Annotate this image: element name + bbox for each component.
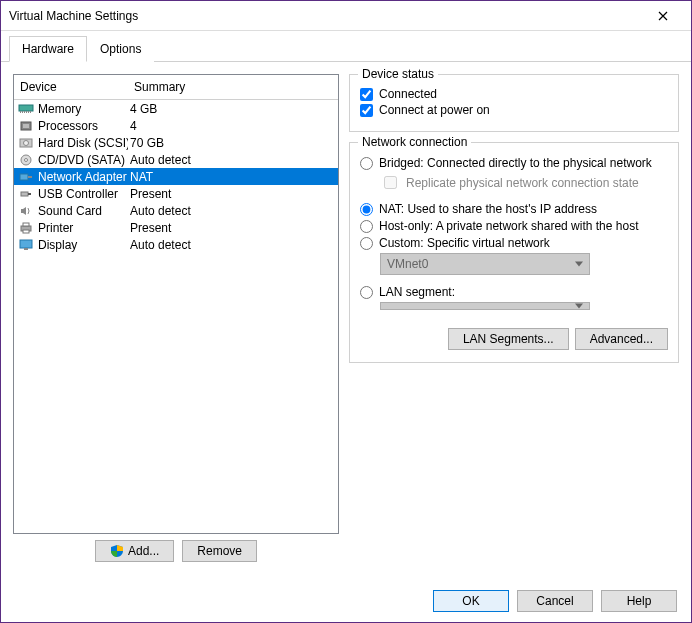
add-label: Add... xyxy=(128,544,159,558)
custom-radio[interactable]: Custom: Specific virtual network xyxy=(360,236,668,250)
svg-point-12 xyxy=(25,158,28,161)
lan-input[interactable] xyxy=(360,286,373,299)
device-name: Sound Card xyxy=(36,204,128,218)
svg-rect-4 xyxy=(26,111,27,113)
device-status-title: Device status xyxy=(358,67,438,81)
svg-rect-1 xyxy=(20,111,21,113)
cancel-button[interactable]: Cancel xyxy=(517,590,593,612)
svg-rect-5 xyxy=(28,111,29,113)
device-name: Hard Disk (SCSI) xyxy=(36,136,128,150)
bridged-label: Bridged: Connected directly to the physi… xyxy=(379,156,652,170)
svg-rect-16 xyxy=(28,193,31,195)
add-button[interactable]: Add... xyxy=(95,540,174,562)
replicate-checkbox: Replicate physical network connection st… xyxy=(380,173,668,192)
device-row[interactable]: Hard Disk (SCSI)70 GB xyxy=(14,134,338,151)
bridged-radio[interactable]: Bridged: Connected directly to the physi… xyxy=(360,156,668,170)
tab-options[interactable]: Options xyxy=(87,36,154,62)
lan-label: LAN segment: xyxy=(379,285,455,299)
device-name: Printer xyxy=(36,221,128,235)
svg-rect-15 xyxy=(21,192,28,196)
network-connection-group: Network connection Bridged: Connected di… xyxy=(349,142,679,363)
connected-checkbox[interactable]: Connected xyxy=(360,87,668,101)
svg-rect-6 xyxy=(30,111,31,113)
device-row[interactable]: PrinterPresent xyxy=(14,219,338,236)
custom-input[interactable] xyxy=(360,237,373,250)
device-list-header: Device Summary xyxy=(14,75,338,100)
device-summary: Present xyxy=(128,187,338,201)
device-summary: Auto detect xyxy=(128,204,338,218)
nat-radio[interactable]: NAT: Used to share the host's IP address xyxy=(360,202,668,216)
svg-rect-8 xyxy=(23,124,29,128)
nat-input[interactable] xyxy=(360,203,373,216)
tab-hardware[interactable]: Hardware xyxy=(9,36,87,62)
device-name: CD/DVD (SATA) xyxy=(36,153,128,167)
device-row[interactable]: Sound CardAuto detect xyxy=(14,202,338,219)
device-name: Memory xyxy=(36,102,128,116)
right-panel: Device status Connected Connect at power… xyxy=(349,74,679,568)
replicate-label: Replicate physical network connection st… xyxy=(406,176,639,190)
device-row[interactable]: DisplayAuto detect xyxy=(14,236,338,253)
shield-icon xyxy=(110,544,124,558)
device-name: Processors xyxy=(36,119,128,133)
left-panel: Device Summary Memory4 GBProcessors4Hard… xyxy=(13,74,339,568)
device-list-body: Memory4 GBProcessors4Hard Disk (SCSI)70 … xyxy=(14,100,338,253)
sound-icon xyxy=(16,203,36,219)
device-status-group: Device status Connected Connect at power… xyxy=(349,74,679,132)
content: Device Summary Memory4 GBProcessors4Hard… xyxy=(1,62,691,580)
device-summary: NAT xyxy=(128,170,338,184)
ok-button[interactable]: OK xyxy=(433,590,509,612)
device-row[interactable]: Memory4 GB xyxy=(14,100,338,117)
device-summary: 4 GB xyxy=(128,102,338,116)
bridged-input[interactable] xyxy=(360,157,373,170)
lan-segments-button[interactable]: LAN Segments... xyxy=(448,328,569,350)
disk-icon xyxy=(16,135,36,151)
hostonly-radio[interactable]: Host-only: A private network shared with… xyxy=(360,219,668,233)
device-row[interactable]: USB ControllerPresent xyxy=(14,185,338,202)
svg-rect-21 xyxy=(24,248,28,250)
svg-rect-2 xyxy=(22,111,23,113)
svg-rect-3 xyxy=(24,111,25,113)
close-icon xyxy=(658,11,668,21)
usb-icon xyxy=(16,186,36,202)
device-row[interactable]: Processors4 xyxy=(14,117,338,134)
device-name: Network Adapter xyxy=(36,170,128,184)
hostonly-input[interactable] xyxy=(360,220,373,233)
connect-poweron-label: Connect at power on xyxy=(379,103,490,117)
svg-rect-14 xyxy=(28,176,32,178)
net-icon xyxy=(16,169,36,185)
connect-poweron-checkbox[interactable]: Connect at power on xyxy=(360,103,668,117)
help-button[interactable]: Help xyxy=(601,590,677,612)
connected-input[interactable] xyxy=(360,88,373,101)
custom-label: Custom: Specific virtual network xyxy=(379,236,550,250)
device-summary: Present xyxy=(128,221,338,235)
svg-rect-18 xyxy=(23,223,29,226)
column-device[interactable]: Device xyxy=(14,75,128,99)
device-list: Device Summary Memory4 GBProcessors4Hard… xyxy=(13,74,339,534)
device-summary: Auto detect xyxy=(128,238,338,252)
remove-button[interactable]: Remove xyxy=(182,540,257,562)
lan-radio[interactable]: LAN segment: xyxy=(360,285,668,299)
network-title: Network connection xyxy=(358,135,471,149)
device-row[interactable]: Network AdapterNAT xyxy=(14,168,338,185)
network-buttons: LAN Segments... Advanced... xyxy=(360,328,668,350)
device-summary: 4 xyxy=(128,119,338,133)
advanced-button[interactable]: Advanced... xyxy=(575,328,668,350)
svg-rect-0 xyxy=(19,105,33,111)
custom-select: VMnet0 xyxy=(380,253,590,275)
device-summary: 70 GB xyxy=(128,136,338,150)
close-button[interactable] xyxy=(643,2,683,30)
window-title: Virtual Machine Settings xyxy=(9,9,643,23)
column-summary[interactable]: Summary xyxy=(128,75,338,99)
device-row[interactable]: CD/DVD (SATA)Auto detect xyxy=(14,151,338,168)
svg-rect-20 xyxy=(20,240,32,248)
device-summary: Auto detect xyxy=(128,153,338,167)
svg-rect-13 xyxy=(20,174,28,180)
device-name: Display xyxy=(36,238,128,252)
cd-icon xyxy=(16,152,36,168)
tabs: Hardware Options xyxy=(1,31,691,62)
connect-poweron-input[interactable] xyxy=(360,104,373,117)
titlebar: Virtual Machine Settings xyxy=(1,1,691,31)
memory-icon xyxy=(16,101,36,117)
footer-buttons: OK Cancel Help xyxy=(1,580,691,622)
connected-label: Connected xyxy=(379,87,437,101)
